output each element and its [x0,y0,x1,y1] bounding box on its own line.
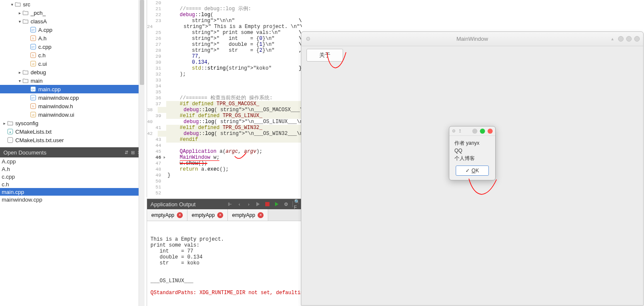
line-number: 46 [147,154,166,160]
maximize-button[interactable] [626,36,632,42]
settings-icon[interactable]: ⚙ [283,201,289,207]
code-line-37[interactable]: 37 #if defined TPR_OS_MACOSX_ [147,101,302,107]
code-line-27[interactable]: 27 string">" double = {1}\n" \ [147,42,302,48]
code-line-39[interactable]: 39 #elif defined TPR_OS_LINUX_ [147,113,302,119]
code-line-36[interactable]: 36 //======= 检查当前所处的 操作系统: [147,95,302,101]
tree-folder-pch[interactable]: ▸_pch_ [0,8,144,17]
code-line-23[interactable]: 23 string">"\n\n" \ [147,18,302,24]
minimize-button[interactable] [618,36,624,42]
close-button[interactable] [634,36,640,42]
output-controls: ⊩ ‹ › ⚙ 🔍 F [227,201,298,207]
open-doc-mainwindow-cpp[interactable]: mainwindow.cpp [0,196,144,203]
tree-file-main-cpp[interactable]: c+main.cpp [0,85,144,93]
tree-file-cmake[interactable]: ▲CMakeLists.txt [0,127,144,136]
code-line-33[interactable]: 33 [147,77,302,83]
output-tab-1[interactable]: emptyApp× [187,209,228,221]
code-line-30[interactable]: 30 0.134, [147,59,302,65]
docs-scrollbar[interactable] [139,157,145,306]
code-line-20[interactable]: 20 [147,0,302,6]
code-line-35[interactable]: 35 [147,89,302,95]
code-line-21[interactable]: 21 //===== debug::log 示例: [147,6,302,12]
code-line-52[interactable]: 52 [147,190,302,196]
code-line-32[interactable]: 32 ); [147,71,302,77]
close-tab-icon[interactable]: × [258,212,264,218]
search-icon[interactable]: 🔍 F [292,201,298,207]
tree-file-A-cpp[interactable]: c+A.cpp [0,25,144,34]
dialog-menu-icon[interactable]: ⚙ [452,129,456,133]
code-line-24[interactable]: 24 string">" This is a Empty project. \n… [147,24,302,30]
open-doc-A-cpp[interactable]: A.cpp [0,157,144,165]
code-line-50[interactable]: 50 [147,178,302,184]
code-line-25[interactable]: 25 string">" print some vals:\n" \ [147,30,302,36]
open-doc-c-cpp[interactable]: c.cpp [0,173,144,180]
filter-icon[interactable]: ⊩ [227,201,233,207]
code-line-47[interactable]: 47 w.show(); [147,160,302,166]
tree-file-A-h[interactable]: hA.h [0,34,144,42]
tree-folder-classA[interactable]: ▾classA [0,17,144,25]
open-documents-list[interactable]: A.cppA.hc.cppc.hmain.cppmainwindow.cpp [0,157,145,306]
code-line-44[interactable]: 44 [147,143,302,149]
dialog-line-blog: 个人博客 [454,154,490,162]
code-line-38[interactable]: 38 debug::log( string">"\n___OS_MACOSX__… [147,107,302,113]
expander-icon[interactable]: ▾ [17,19,22,24]
tree-file-c-ui[interactable]: uic.ui [0,59,144,68]
code-line-40[interactable]: 40 debug::log( string">"\n___OS_LINUX___… [147,119,302,125]
code-line-26[interactable]: 26 string">" int = {0}\n" \ [147,36,302,42]
code-line-41[interactable]: 41 #elif defined TPR_OS_WIN32_ [147,125,302,131]
code-line-48[interactable]: 48 return a.exec(); [147,166,302,172]
split-icon[interactable]: ⊞ [131,150,135,155]
tree-file-c-h[interactable]: hc.h [0,51,144,59]
expander-icon[interactable]: ▸ [2,121,7,126]
rerun-icon[interactable] [274,201,280,207]
sort-icon[interactable]: ⇵ [125,150,128,155]
dialog-pin-icon[interactable]: ↥ [458,129,462,133]
expander-icon[interactable]: ▸ [17,11,22,15]
main-window-titlebar[interactable]: ⚙ MainWindow ▴ [301,32,643,46]
tree-folder-sysconfig[interactable]: ▸sysconfig [0,119,144,127]
tree-folder-debug[interactable]: ▸debug [0,68,144,76]
pin-icon[interactable]: ▴ [611,36,614,42]
output-body[interactable]: This is a Empty project. print some vals… [147,221,302,306]
expander-icon[interactable]: ▾ [9,2,14,7]
code-line-45[interactable]: 45 QApplication a(argc, argv); [147,149,302,154]
code-line-34[interactable]: 34 [147,83,302,89]
stop-icon[interactable] [264,201,270,207]
dialog-maximize-button[interactable] [480,129,485,134]
tree-file-cmake-user[interactable]: ·CMakeLists.txt.user [0,136,144,144]
ok-button[interactable]: ✓ OK [456,166,489,176]
dialog-titlebar[interactable]: ⚙ ↥ [449,126,495,136]
close-tab-icon[interactable]: × [217,212,223,218]
output-tab-0[interactable]: emptyApp× [147,209,187,221]
code-line-42[interactable]: 42 debug::log( string">"\n___OS_WIN32___… [147,131,302,137]
code-line-46[interactable]: 46 MainWindow w; [147,154,302,160]
dialog-minimize-button[interactable] [472,129,477,134]
tree-folder-src[interactable]: ▾src [0,0,144,8]
code-line-43[interactable]: 43 #endif [147,137,302,143]
code-line-51[interactable]: 51 [147,184,302,190]
tree-file-mainwindow-cpp[interactable]: c+mainwindow.cpp [0,93,144,102]
tree-file-mainwindow-h[interactable]: hmainwindow.h [0,102,144,110]
next-icon[interactable]: › [246,201,252,207]
about-button[interactable]: 关于 [306,49,343,62]
code-line-29[interactable]: 29 77, [147,53,302,59]
project-tree[interactable]: ▾src▸_pch_▾classAc+A.cpphA.hc+c.cpphc.hu… [0,0,145,147]
close-tab-icon[interactable]: × [177,212,183,218]
tree-file-mainwindow-ui[interactable]: uimainwindow.ui [0,110,144,119]
open-doc-A-h[interactable]: A.h [0,165,144,173]
code-line-22[interactable]: 22 debug::log( [147,12,302,18]
prev-icon[interactable]: ‹ [236,201,242,207]
code-line-28[interactable]: 28 string">" str = {2}\n", [147,48,302,53]
expander-icon[interactable]: ▸ [17,70,22,75]
run-icon[interactable] [255,201,261,207]
expander-icon[interactable]: ▾ [17,79,22,83]
output-tab-2[interactable]: emptyApp× [228,209,268,221]
open-doc-main-cpp[interactable]: main.cpp [0,188,144,196]
code-line-49[interactable]: 49} [147,172,302,178]
open-doc-c-h[interactable]: c.h [0,180,144,188]
code-editor[interactable]: 2021 //===== debug::log 示例:22 debug::log… [147,0,302,197]
window-menu-icon[interactable]: ⚙ [306,36,311,42]
dialog-close-button[interactable] [488,129,493,134]
tree-file-c-cpp[interactable]: c+c.cpp [0,42,144,51]
tree-folder-main[interactable]: ▾main [0,76,144,85]
code-line-31[interactable]: 31 std::string{string">"koko"} [147,65,302,71]
